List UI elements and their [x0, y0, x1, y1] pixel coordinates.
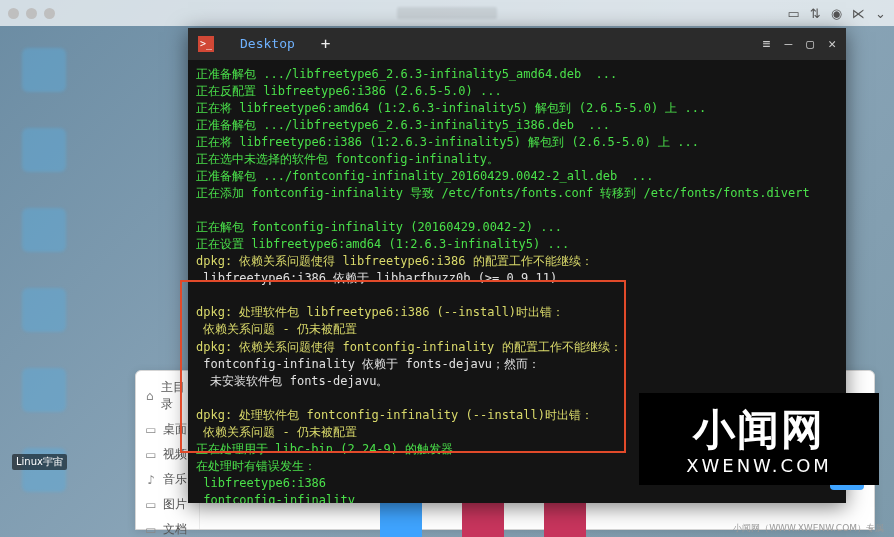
- desktop-icon[interactable]: [22, 48, 66, 92]
- document-icon: ▭: [144, 523, 158, 537]
- sidebar-item-label: 文档: [163, 521, 187, 537]
- sidebar-item-label: 图片: [163, 496, 187, 513]
- desktop-icon[interactable]: [22, 288, 66, 332]
- terminal-line: 未安装软件包 fonts-dejavu。: [196, 373, 838, 390]
- terminal-window-controls: ≡ — ▢ ✕: [763, 35, 846, 53]
- terminal-line: 正在选中未选择的软件包 fontconfig-infinality。: [196, 151, 838, 168]
- tray-dropdown-icon[interactable]: ⌄: [875, 6, 886, 21]
- sidebar-item-label: 音乐: [163, 471, 187, 488]
- terminal-line: 正在将 libfreetype6:amd64 (1:2.6.3-infinali…: [196, 100, 838, 117]
- system-tray[interactable]: ▭ ⇅ ◉ ⋉ ⌄: [788, 6, 886, 21]
- terminal-line: fontconfig-infinality 依赖于 fonts-dejavu；然…: [196, 356, 838, 373]
- music-icon: ♪: [144, 473, 158, 487]
- system-topbar: ▭ ⇅ ◉ ⋉ ⌄: [0, 0, 894, 26]
- traffic-max-icon[interactable]: [44, 8, 55, 19]
- sidebar-item-label: 主目录: [161, 379, 191, 413]
- terminal-line: libfreetype6:i386 依赖于 libharfbuzz0b (>= …: [196, 270, 838, 287]
- sidebar-item-label: 桌面: [163, 421, 187, 438]
- watermark-url: XWENW.COM: [686, 455, 832, 476]
- terminal-line: 正在添加 fontconfig-infinality 导致 /etc/fonts…: [196, 185, 838, 202]
- terminal-line: 正准备解包 .../fontconfig-infinality_20160429…: [196, 168, 838, 185]
- minimize-icon[interactable]: —: [785, 35, 793, 53]
- traffic-close-icon[interactable]: [8, 8, 19, 19]
- terminal-line: 依赖关系问题 - 仍未被配置: [196, 321, 838, 338]
- terminal-app-icon: >_: [198, 36, 214, 52]
- terminal-line: 正准备解包 .../libfreetype6_2.6.3-infinality5…: [196, 117, 838, 134]
- terminal-line: 正在设置 libfreetype6:amd64 (1:2.6.3-infinal…: [196, 236, 838, 253]
- terminal-line: 正在解包 fontconfig-infinality (20160429.004…: [196, 219, 838, 236]
- tray-keyboard-icon[interactable]: ▭: [788, 6, 800, 21]
- desktop-icon-label: Linux宇宙: [12, 454, 67, 470]
- home-icon: ⌂: [144, 389, 156, 403]
- maximize-icon[interactable]: ▢: [806, 35, 814, 53]
- desktop-icon[interactable]: [22, 128, 66, 172]
- desktop-icon[interactable]: [22, 368, 66, 412]
- terminal-line: [196, 287, 838, 304]
- terminal-line: 正准备解包 .../libfreetype6_2.6.3-infinality5…: [196, 66, 838, 83]
- terminal-tabbar: >_ Desktop + ≡ — ▢ ✕: [188, 28, 846, 60]
- sidebar-item-documents[interactable]: ▭文档: [136, 517, 199, 537]
- terminal-line: 正在反配置 libfreetype6:i386 (2.6.5-5.0) ...: [196, 83, 838, 100]
- close-icon[interactable]: ✕: [828, 35, 836, 53]
- traffic-min-icon[interactable]: [26, 8, 37, 19]
- terminal-tab[interactable]: Desktop: [232, 35, 303, 53]
- sidebar-item-label: 视频: [163, 446, 187, 463]
- terminal-line: dpkg: 依赖关系问题使得 libfreetype6:i386 的配置工作不能…: [196, 253, 838, 270]
- menu-icon[interactable]: ≡: [763, 35, 771, 53]
- folder-icon: ▭: [144, 423, 158, 437]
- terminal-line: [196, 202, 838, 219]
- video-icon: ▭: [144, 448, 158, 462]
- tray-status-icon[interactable]: ◉: [831, 6, 842, 21]
- terminal-line: 正在将 libfreetype6:i386 (1:2.6.3-infinalit…: [196, 134, 838, 151]
- terminal-new-tab[interactable]: +: [321, 33, 331, 56]
- tray-usb-icon[interactable]: ⇅: [810, 6, 821, 21]
- footer-watermark: 小闻网（WWW.XWENW.COM）专属: [733, 522, 884, 535]
- desktop-icon[interactable]: [22, 208, 66, 252]
- topbar-title-blur: [397, 7, 497, 19]
- picture-icon: ▭: [144, 498, 158, 512]
- desktop-icons: [22, 48, 66, 492]
- watermark-overlay: 小闻网 XWENW.COM: [639, 393, 879, 485]
- terminal-line: fontconfig-infinality: [196, 492, 838, 503]
- tray-indicator-icon[interactable]: ⋉: [852, 6, 865, 21]
- watermark-text: 小闻网: [693, 402, 825, 458]
- terminal-line: dpkg: 处理软件包 libfreetype6:i386 (--install…: [196, 304, 838, 321]
- terminal-line: dpkg: 依赖关系问题使得 fontconfig-infinality 的配置…: [196, 339, 838, 356]
- window-traffic-lights[interactable]: [8, 8, 55, 19]
